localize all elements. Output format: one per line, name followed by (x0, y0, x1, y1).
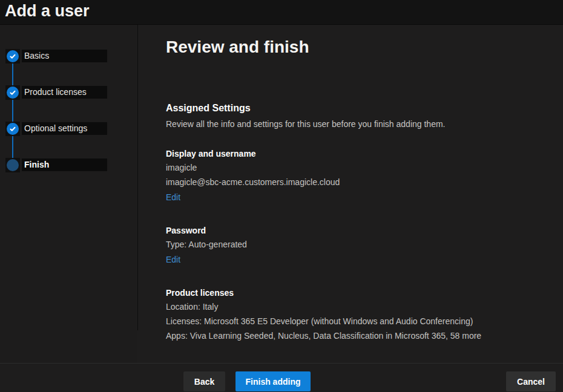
step-completed-icon (5, 49, 20, 64)
review-title: Review and finish (166, 38, 551, 57)
finish-adding-button[interactable]: Finish adding (235, 371, 311, 391)
step-item-optional-settings[interactable]: Optional settings (0, 122, 137, 136)
group-product-licenses: Product licenses Location: Italy License… (166, 288, 551, 341)
step-item-finish[interactable]: Finish (0, 158, 137, 172)
step-label: Finish (22, 158, 107, 171)
page-title: Add a user (5, 2, 90, 21)
wizard-steps-sidebar: Basics Product licenses Optional setting… (0, 25, 137, 363)
licenses-value: Licenses: Microsoft 365 E5 Developer (wi… (166, 316, 551, 327)
review-panel: Review and finish Assigned Settings Revi… (138, 25, 563, 363)
group-heading: Product licenses (166, 288, 551, 298)
assigned-settings-description: Review all the info and settings for thi… (166, 119, 551, 129)
step-label: Basics (22, 50, 107, 62)
step-label: Optional settings (22, 122, 107, 135)
edit-password-link[interactable]: Edit (166, 255, 180, 264)
username-value: imagicle@sbc-acme.customers.imagicle.clo… (166, 177, 551, 188)
password-type-value: Type: Auto-generated (166, 239, 551, 250)
step-item-basics[interactable]: Basics (0, 49, 137, 64)
cancel-button[interactable]: Cancel (506, 371, 556, 391)
wizard-footer: Back Finish adding Cancel (0, 363, 563, 392)
step-completed-icon (5, 122, 20, 136)
step-item-product-licenses[interactable]: Product licenses (0, 85, 137, 100)
step-completed-icon (5, 85, 20, 100)
location-value: Location: Italy (166, 301, 551, 312)
group-heading: Display and username (166, 149, 551, 158)
group-password: Password Type: Auto-generated Edit (166, 226, 551, 265)
assigned-settings-heading: Assigned Settings (166, 103, 551, 114)
group-display-and-username: Display and username imagicle imagicle@s… (166, 149, 551, 203)
step-label: Product licenses (22, 86, 107, 99)
back-button[interactable]: Back (183, 371, 225, 391)
apps-value: Apps: Viva Learning Seeded, Nucleus, Dat… (166, 330, 551, 341)
step-current-icon (5, 158, 20, 172)
display-name-value: imagicle (166, 162, 551, 173)
step-connector-line (12, 56, 13, 165)
group-heading: Password (166, 226, 551, 235)
wizard-header: Add a user (0, 0, 563, 25)
edit-display-username-link[interactable]: Edit (166, 192, 180, 202)
